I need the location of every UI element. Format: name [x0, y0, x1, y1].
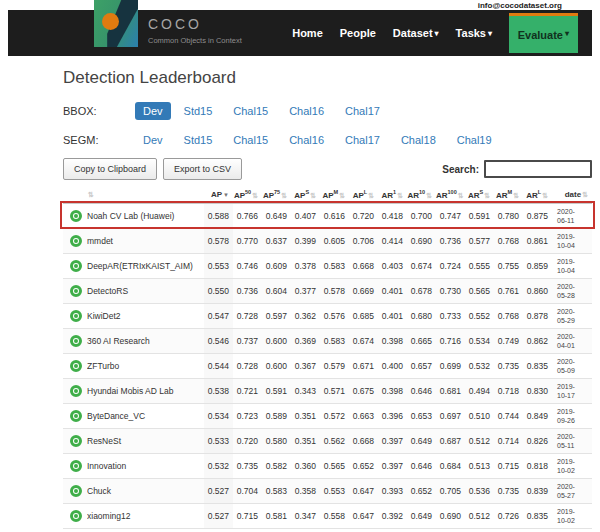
metric-value: 0.536 — [465, 478, 494, 503]
search-input[interactable] — [484, 160, 592, 178]
metric-value: 0.646 — [407, 378, 436, 403]
team-name: Chuck — [87, 478, 204, 503]
tab-bbox-chal16[interactable]: Chal16 — [281, 102, 332, 120]
metric-value: 0.720 — [233, 428, 262, 453]
tab-bbox-std15[interactable]: Std15 — [176, 102, 221, 120]
metric-value: 0.591 — [465, 203, 494, 228]
expand-row-icon[interactable] — [70, 460, 82, 472]
nav-item-tasks[interactable]: Tasks — [456, 27, 492, 39]
metric-value: 0.684 — [436, 453, 465, 478]
contact-email[interactable]: info@cocodataset.org — [478, 1, 562, 10]
metric-value: 0.726 — [494, 503, 523, 528]
metric-value: 0.616 — [320, 203, 349, 228]
tab-bbox-chal17[interactable]: Chal17 — [337, 102, 388, 120]
expand-row-icon[interactable] — [70, 260, 82, 272]
column-header-arm[interactable]: ARM — [494, 186, 523, 203]
metric-value: 0.657 — [407, 353, 436, 378]
metric-value: 0.637 — [262, 228, 291, 253]
metric-value: 0.646 — [407, 453, 436, 478]
tab-segm-chal18[interactable]: Chal18 — [393, 131, 444, 149]
metric-value: 0.737 — [233, 328, 262, 353]
bbox-tabs: DevStd15Chal15Chal16Chal17 — [135, 102, 388, 120]
metric-value: 0.558 — [320, 503, 349, 528]
team-name: ByteDance_VC — [87, 403, 204, 428]
submission-date: 2019-10-02 — [552, 453, 592, 478]
team-column-header[interactable] — [87, 186, 204, 203]
metric-value: 0.826 — [523, 428, 552, 453]
metric-value: 0.605 — [320, 228, 349, 253]
metric-value: 0.407 — [291, 203, 320, 228]
expand-row-icon[interactable] — [70, 410, 82, 422]
metric-value: 0.553 — [320, 478, 349, 503]
column-header-date[interactable]: date — [552, 186, 592, 203]
metric-value: 0.716 — [436, 328, 465, 353]
metric-value: 0.513 — [465, 453, 494, 478]
column-header-ars[interactable]: ARS — [465, 186, 494, 203]
expand-row-icon[interactable] — [70, 235, 82, 247]
nav-item-home[interactable]: Home — [292, 27, 323, 39]
expand-row-icon[interactable] — [70, 360, 82, 372]
column-header-apl[interactable]: APL — [349, 186, 378, 203]
expand-row-icon[interactable] — [70, 385, 82, 397]
expand-row-icon[interactable] — [70, 285, 82, 297]
column-header-ar10[interactable]: AR10 — [407, 186, 436, 203]
nav-item-people[interactable]: People — [340, 27, 376, 39]
metric-value: 0.512 — [465, 428, 494, 453]
coco-logo[interactable] — [94, 0, 138, 47]
metric-value: 0.761 — [494, 278, 523, 303]
expand-row-icon[interactable] — [70, 485, 82, 497]
table-row: ByteDance_VC0.5340.7230.5890.3510.5720.6… — [63, 403, 592, 428]
submission-date: 2020-05-09 — [552, 353, 592, 378]
tab-bbox-chal15[interactable]: Chal15 — [225, 102, 276, 120]
tab-segm-std15[interactable]: Std15 — [176, 131, 221, 149]
expand-row-icon[interactable] — [70, 210, 82, 222]
sort-icon — [541, 191, 548, 200]
sort-icon — [87, 190, 94, 199]
metric-value: 0.780 — [494, 203, 523, 228]
brand-subtitle: Common Objects in Context — [148, 36, 242, 45]
expand-row-icon[interactable] — [70, 435, 82, 447]
metric-value: 0.720 — [349, 203, 378, 228]
tab-segm-dev[interactable]: Dev — [135, 131, 171, 149]
metric-value: 0.532 — [204, 453, 233, 478]
metric-value: 0.768 — [494, 228, 523, 253]
metric-value: 0.546 — [204, 328, 233, 353]
metric-value: 0.547 — [204, 303, 233, 328]
tab-segm-chal19[interactable]: Chal19 — [449, 131, 500, 149]
metric-value: 0.400 — [378, 353, 407, 378]
nav-item-dataset[interactable]: Dataset — [393, 27, 439, 39]
metric-value: 0.665 — [407, 328, 436, 353]
top-navbar: COCO Common Objects in Context Home Peop… — [8, 10, 592, 56]
tab-bbox-dev[interactable]: Dev — [135, 102, 171, 120]
nav-item-evaluate[interactable]: Evaluate — [509, 13, 578, 53]
metric-value: 0.544 — [204, 353, 233, 378]
tab-segm-chal16[interactable]: Chal16 — [281, 131, 332, 149]
sort-icon — [251, 191, 258, 200]
column-header-ap75[interactable]: AP75 — [262, 186, 291, 203]
sort-icon — [581, 190, 588, 199]
column-header-ap50[interactable]: AP50 — [233, 186, 262, 203]
tab-segm-chal15[interactable]: Chal15 — [225, 131, 276, 149]
metric-value: 0.675 — [349, 378, 378, 403]
column-header-aps[interactable]: APS — [291, 186, 320, 203]
expand-row-icon[interactable] — [70, 310, 82, 322]
metric-value: 0.839 — [523, 478, 552, 503]
tab-segm-chal17[interactable]: Chal17 — [337, 131, 388, 149]
column-header-ap[interactable]: AP — [204, 186, 233, 203]
table-row: mmdet0.5780.7700.6370.3990.6050.7060.414… — [63, 228, 592, 253]
export-to-csv-button[interactable]: Export to CSV — [163, 158, 242, 180]
team-name: ResNeSt — [87, 428, 204, 453]
metric-value: 0.746 — [233, 253, 262, 278]
metric-value: 0.875 — [523, 203, 552, 228]
column-header-apm[interactable]: APM — [320, 186, 349, 203]
submission-date: 2019-10-02 — [552, 503, 592, 528]
expand-row-icon[interactable] — [70, 510, 82, 522]
metric-value: 0.600 — [262, 328, 291, 353]
expand-row-icon[interactable] — [70, 335, 82, 347]
copy-to-clipboard-button[interactable]: Copy to Clipboard — [63, 158, 157, 180]
column-header-ar100[interactable]: AR100 — [436, 186, 465, 203]
column-header-arl[interactable]: ARL — [523, 186, 552, 203]
column-header-ar1[interactable]: AR1 — [378, 186, 407, 203]
metric-value: 0.690 — [436, 503, 465, 528]
metric-value: 0.663 — [349, 403, 378, 428]
